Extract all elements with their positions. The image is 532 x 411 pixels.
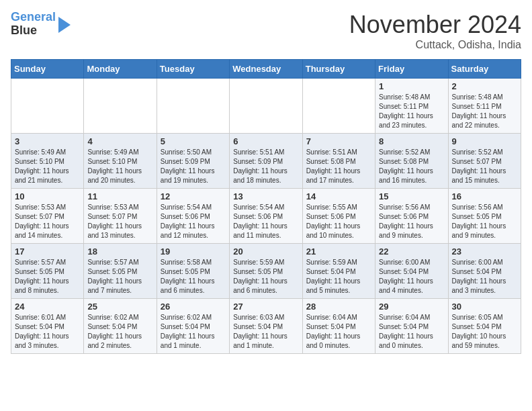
calendar-cell (230, 79, 302, 134)
day-info: Sunrise: 5:48 AM Sunset: 5:11 PM Dayligh… (379, 93, 444, 130)
calendar-cell: 16Sunrise: 5:56 AM Sunset: 5:05 PM Dayli… (448, 189, 521, 244)
day-number: 25 (87, 302, 152, 312)
day-info: Sunrise: 5:49 AM Sunset: 5:10 PM Dayligh… (87, 148, 152, 185)
header-friday: Friday (375, 60, 448, 79)
calendar-header-row: SundayMondayTuesdayWednesdayThursdayFrid… (11, 60, 521, 79)
day-number: 9 (452, 136, 517, 146)
header-sunday: Sunday (11, 60, 84, 79)
calendar-cell: 26Sunrise: 6:02 AM Sunset: 5:04 PM Dayli… (157, 299, 229, 354)
day-number: 15 (379, 191, 444, 201)
calendar-cell: 6Sunrise: 5:51 AM Sunset: 5:09 PM Daylig… (230, 134, 302, 189)
logo: GeneralBlue (11, 11, 71, 38)
header-wednesday: Wednesday (230, 60, 302, 79)
calendar-week-5: 24Sunrise: 6:01 AM Sunset: 5:04 PM Dayli… (11, 299, 521, 354)
day-number: 24 (15, 302, 80, 312)
day-number: 4 (87, 136, 152, 146)
day-info: Sunrise: 5:51 AM Sunset: 5:08 PM Dayligh… (306, 148, 371, 185)
day-info: Sunrise: 5:57 AM Sunset: 5:05 PM Dayligh… (87, 258, 152, 295)
day-info: Sunrise: 6:04 AM Sunset: 5:04 PM Dayligh… (379, 313, 444, 351)
calendar-cell: 20Sunrise: 5:59 AM Sunset: 5:05 PM Dayli… (230, 244, 302, 299)
calendar-cell: 25Sunrise: 6:02 AM Sunset: 5:04 PM Dayli… (84, 299, 157, 354)
day-info: Sunrise: 5:55 AM Sunset: 5:06 PM Dayligh… (306, 203, 371, 240)
logo-text: GeneralBlue (11, 11, 56, 38)
day-info: Sunrise: 5:53 AM Sunset: 5:07 PM Dayligh… (15, 203, 80, 240)
day-number: 13 (233, 191, 298, 201)
day-info: Sunrise: 5:50 AM Sunset: 5:09 PM Dayligh… (161, 148, 226, 185)
calendar-cell: 30Sunrise: 6:05 AM Sunset: 5:04 PM Dayli… (448, 299, 521, 354)
day-info: Sunrise: 5:53 AM Sunset: 5:07 PM Dayligh… (87, 203, 152, 240)
day-info: Sunrise: 6:01 AM Sunset: 5:04 PM Dayligh… (15, 313, 80, 351)
day-info: Sunrise: 6:03 AM Sunset: 5:04 PM Dayligh… (233, 313, 298, 351)
calendar-cell: 22Sunrise: 6:00 AM Sunset: 5:04 PM Dayli… (375, 244, 448, 299)
day-number: 5 (161, 136, 226, 146)
calendar-cell: 13Sunrise: 5:54 AM Sunset: 5:06 PM Dayli… (230, 189, 302, 244)
calendar-cell: 27Sunrise: 6:03 AM Sunset: 5:04 PM Dayli… (230, 299, 302, 354)
day-number: 6 (233, 136, 298, 146)
day-info: Sunrise: 6:00 AM Sunset: 5:04 PM Dayligh… (452, 258, 517, 295)
calendar-cell: 3Sunrise: 5:49 AM Sunset: 5:10 PM Daylig… (11, 134, 84, 189)
calendar-cell (11, 79, 84, 134)
page-header: GeneralBlue November 2024 Cuttack, Odish… (11, 11, 521, 51)
day-info: Sunrise: 5:59 AM Sunset: 5:04 PM Dayligh… (306, 258, 371, 295)
day-info: Sunrise: 5:51 AM Sunset: 5:09 PM Dayligh… (233, 148, 298, 185)
calendar-cell (302, 79, 375, 134)
location: Cuttack, Odisha, India (349, 39, 521, 51)
day-info: Sunrise: 6:00 AM Sunset: 5:04 PM Dayligh… (379, 258, 444, 295)
day-info: Sunrise: 5:59 AM Sunset: 5:05 PM Dayligh… (233, 258, 298, 295)
day-info: Sunrise: 5:48 AM Sunset: 5:11 PM Dayligh… (452, 93, 517, 130)
day-number: 14 (306, 191, 371, 201)
calendar-cell: 24Sunrise: 6:01 AM Sunset: 5:04 PM Dayli… (11, 299, 84, 354)
calendar-cell: 12Sunrise: 5:54 AM Sunset: 5:06 PM Dayli… (157, 189, 229, 244)
day-info: Sunrise: 5:49 AM Sunset: 5:10 PM Dayligh… (15, 148, 80, 185)
calendar-cell (84, 79, 157, 134)
calendar-cell: 10Sunrise: 5:53 AM Sunset: 5:07 PM Dayli… (11, 189, 84, 244)
calendar-cell: 2Sunrise: 5:48 AM Sunset: 5:11 PM Daylig… (448, 79, 521, 134)
month-title: November 2024 (349, 11, 521, 39)
calendar-week-1: 1Sunrise: 5:48 AM Sunset: 5:11 PM Daylig… (11, 79, 521, 134)
calendar-cell: 28Sunrise: 6:04 AM Sunset: 5:04 PM Dayli… (302, 299, 375, 354)
day-number: 11 (87, 191, 152, 201)
day-info: Sunrise: 5:56 AM Sunset: 5:05 PM Dayligh… (452, 203, 517, 240)
day-info: Sunrise: 5:57 AM Sunset: 5:05 PM Dayligh… (15, 258, 80, 295)
day-number: 26 (161, 302, 226, 312)
day-number: 21 (306, 246, 371, 257)
logo-arrow-icon (58, 17, 71, 33)
day-number: 1 (379, 81, 444, 91)
day-info: Sunrise: 5:58 AM Sunset: 5:05 PM Dayligh… (161, 258, 226, 295)
day-number: 8 (379, 136, 444, 146)
day-info: Sunrise: 5:52 AM Sunset: 5:08 PM Dayligh… (379, 148, 444, 185)
day-number: 20 (233, 246, 298, 257)
day-number: 27 (233, 302, 298, 312)
calendar-cell: 19Sunrise: 5:58 AM Sunset: 5:05 PM Dayli… (157, 244, 229, 299)
day-info: Sunrise: 6:05 AM Sunset: 5:04 PM Dayligh… (452, 313, 517, 351)
day-number: 18 (87, 246, 152, 257)
day-number: 12 (161, 191, 226, 201)
title-block: November 2024 Cuttack, Odisha, India (349, 11, 521, 51)
calendar-table: SundayMondayTuesdayWednesdayThursdayFrid… (11, 59, 521, 354)
day-info: Sunrise: 5:54 AM Sunset: 5:06 PM Dayligh… (161, 203, 226, 240)
calendar-cell: 9Sunrise: 5:52 AM Sunset: 5:07 PM Daylig… (448, 134, 521, 189)
day-number: 2 (452, 81, 517, 91)
day-number: 16 (452, 191, 517, 201)
header-thursday: Thursday (302, 60, 375, 79)
day-number: 22 (379, 246, 444, 257)
calendar-cell: 5Sunrise: 5:50 AM Sunset: 5:09 PM Daylig… (157, 134, 229, 189)
day-number: 29 (379, 302, 444, 312)
day-number: 10 (15, 191, 80, 201)
day-info: Sunrise: 5:54 AM Sunset: 5:06 PM Dayligh… (233, 203, 298, 240)
calendar-cell: 8Sunrise: 5:52 AM Sunset: 5:08 PM Daylig… (375, 134, 448, 189)
calendar-cell: 18Sunrise: 5:57 AM Sunset: 5:05 PM Dayli… (84, 244, 157, 299)
day-number: 19 (161, 246, 226, 257)
header-monday: Monday (84, 60, 157, 79)
calendar-cell: 1Sunrise: 5:48 AM Sunset: 5:11 PM Daylig… (375, 79, 448, 134)
calendar-cell: 4Sunrise: 5:49 AM Sunset: 5:10 PM Daylig… (84, 134, 157, 189)
calendar-week-4: 17Sunrise: 5:57 AM Sunset: 5:05 PM Dayli… (11, 244, 521, 299)
day-info: Sunrise: 5:52 AM Sunset: 5:07 PM Dayligh… (452, 148, 517, 185)
day-info: Sunrise: 6:04 AM Sunset: 5:04 PM Dayligh… (306, 313, 371, 351)
day-info: Sunrise: 6:02 AM Sunset: 5:04 PM Dayligh… (87, 313, 152, 351)
calendar-cell (157, 79, 229, 134)
day-number: 17 (15, 246, 80, 257)
calendar-cell: 15Sunrise: 5:56 AM Sunset: 5:06 PM Dayli… (375, 189, 448, 244)
day-number: 3 (15, 136, 80, 146)
day-number: 28 (306, 302, 371, 312)
